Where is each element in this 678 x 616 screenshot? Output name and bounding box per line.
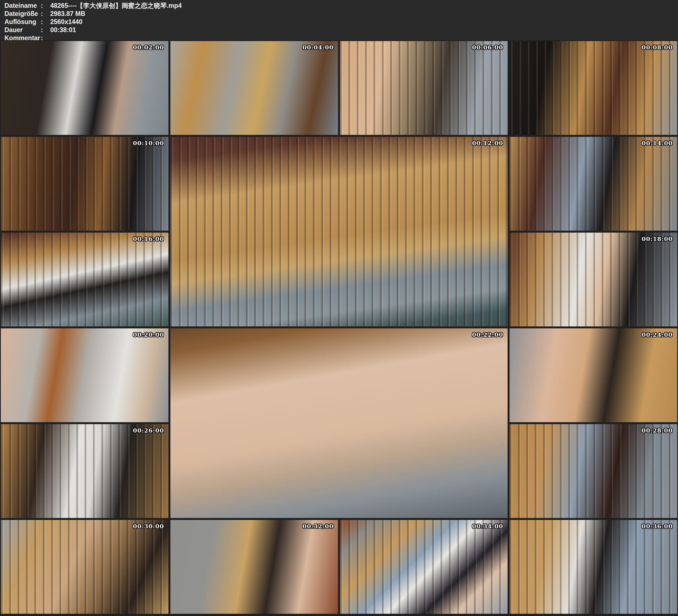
timestamp-overlay: 00:32:00 [303, 523, 334, 530]
video-thumbnail: 00:32:00 [171, 520, 338, 614]
video-thumbnail: 00:28:00 [510, 424, 677, 518]
video-thumbnail: 00:14:00 [510, 137, 677, 231]
meta-value-duration: 00:38:01 [50, 26, 678, 34]
timestamp-overlay: 00:12:00 [472, 140, 503, 147]
meta-colon: : [41, 26, 50, 34]
video-thumbnail: 00:16:00 [1, 233, 168, 326]
timestamp-overlay: 00:10:00 [133, 140, 164, 147]
metadata-header: Dateiname : 48265----【李大侠原创】闺蜜之恋之晓琴.mp4 … [0, 0, 678, 40]
timestamp-overlay: 00:06:00 [472, 44, 503, 51]
timestamp-overlay: 00:24:00 [642, 331, 673, 338]
timestamp-overlay: 00:22:00 [472, 331, 503, 338]
meta-label: Dateiname [4, 2, 41, 10]
meta-colon: : [41, 18, 50, 26]
timestamp-overlay: 00:08:00 [642, 44, 673, 51]
timestamp-overlay: 00:04:00 [303, 44, 334, 51]
meta-row-dateigroesse: Dateigröße : 2983.87 MB [4, 10, 678, 18]
video-thumbnail: 00:18:00 [510, 233, 677, 326]
meta-value-filesize: 2983.87 MB [50, 10, 678, 18]
video-thumbnail: 00:22:00 [171, 329, 507, 518]
meta-row-dateiname: Dateiname : 48265----【李大侠原创】闺蜜之恋之晓琴.mp4 [4, 2, 678, 10]
meta-label: Dauer [4, 26, 41, 34]
video-thumbnail: 00:24:00 [510, 329, 677, 422]
timestamp-overlay: 00:28:00 [642, 427, 673, 434]
contact-sheet: Dateiname : 48265----【李大侠原创】闺蜜之恋之晓琴.mp4 … [0, 0, 678, 616]
meta-value-resolution: 2560x1440 [50, 18, 678, 26]
timestamp-overlay: 00:36:00 [642, 523, 673, 530]
video-thumbnail: 00:34:00 [340, 520, 507, 614]
meta-row-aufloesung: Auflösung : 2560x1440 [4, 18, 678, 26]
thumbnail-grid: 00:02:0000:04:0000:06:0000:08:0000:10:00… [0, 40, 678, 615]
video-thumbnail: 00:02:00 [1, 41, 168, 135]
video-thumbnail: 00:10:00 [1, 137, 168, 231]
video-thumbnail: 00:06:00 [340, 41, 507, 135]
video-thumbnail: 00:26:00 [1, 424, 168, 518]
meta-row-dauer: Dauer : 00:38:01 [4, 26, 678, 34]
timestamp-overlay: 00:18:00 [642, 235, 673, 242]
video-thumbnail: 00:30:00 [1, 520, 168, 614]
video-thumbnail: 00:20:00 [1, 329, 168, 422]
timestamp-overlay: 00:16:00 [133, 235, 164, 242]
video-thumbnail: 00:04:00 [171, 41, 338, 135]
timestamp-overlay: 00:30:00 [133, 523, 164, 530]
meta-colon: : [41, 10, 50, 18]
video-thumbnail: 00:12:00 [171, 137, 507, 326]
video-thumbnail: 00:36:00 [510, 520, 677, 614]
timestamp-overlay: 00:34:00 [472, 523, 503, 530]
timestamp-overlay: 00:26:00 [133, 427, 164, 434]
video-thumbnail: 00:08:00 [510, 41, 677, 135]
meta-label: Dateigröße [4, 10, 41, 18]
timestamp-overlay: 00:02:00 [133, 44, 164, 51]
timestamp-overlay: 00:14:00 [642, 140, 673, 147]
meta-value-filename: 48265----【李大侠原创】闺蜜之恋之晓琴.mp4 [50, 2, 678, 10]
meta-label: Auflösung [4, 18, 41, 26]
meta-colon: : [41, 2, 50, 10]
timestamp-overlay: 00:20:00 [133, 331, 164, 338]
